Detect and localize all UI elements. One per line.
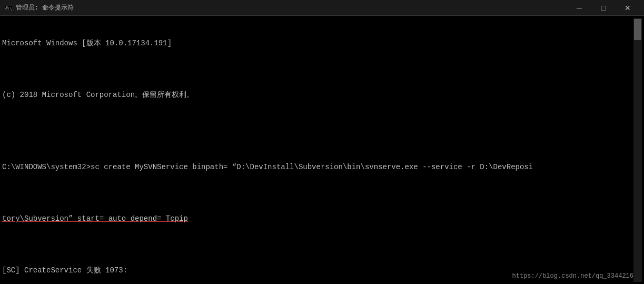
cmd-window: C:\ 管理员: 命令提示符 ─ □ ✕ Microsoft Windows [… (0, 0, 644, 284)
watermark: https://blog.csdn.net/qq_3344216 (512, 272, 633, 280)
minimize-button[interactable]: ─ (567, 0, 591, 16)
console-line-4: C:\WINDOWS\system32>sc create MySVNServi… (2, 162, 633, 173)
console-line-1: Microsoft Windows [版本 10.0.17134.191] (2, 38, 633, 49)
scrollbar-thumb[interactable] (634, 19, 641, 40)
scrollbar[interactable] (633, 18, 642, 282)
title-bar: C:\ 管理员: 命令提示符 ─ □ ✕ (0, 0, 644, 16)
console-area[interactable]: Microsoft Windows [版本 10.0.17134.191] (c… (0, 16, 644, 284)
cmd-icon: C:\ (4, 4, 13, 12)
close-button[interactable]: ✕ (616, 0, 640, 16)
console-line-5: tory\Subversion” start= auto depend= Tcp… (2, 214, 633, 224)
title-bar-controls: ─ □ ✕ (567, 0, 640, 16)
maximize-button[interactable]: □ (591, 0, 616, 16)
svg-text:C:\: C:\ (5, 7, 12, 11)
console-line-2: (c) 2018 Microsoft Corporation。保留所有权利。 (2, 90, 633, 101)
title-bar-text: 管理员: 命令提示符 (16, 3, 567, 12)
console-output: Microsoft Windows [版本 10.0.17134.191] (c… (2, 18, 633, 282)
